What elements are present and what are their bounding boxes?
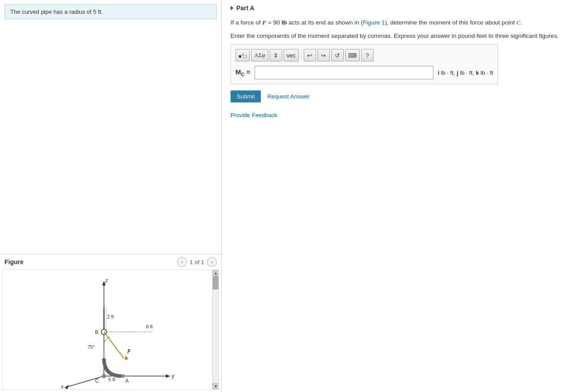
dim-2ft-label: 2 ft: [107, 314, 114, 319]
vec-icon: vec: [287, 52, 296, 59]
input-row: MC = i lb · ft, j lb · ft, k lb · ft: [235, 66, 493, 79]
mc-label: MC =: [235, 68, 250, 77]
action-row: Submit Request Answer: [231, 90, 576, 102]
help-button[interactable]: ?: [361, 49, 374, 61]
svg-marker-3: [65, 385, 69, 389]
left-panel: The curved pipe has a radius of 5 ft. Fi…: [0, 0, 222, 392]
z-axis-label: z: [105, 278, 108, 284]
mc-subscript: C: [241, 72, 245, 77]
j-bold: j: [457, 69, 458, 76]
keyboard-button[interactable]: ⌨: [345, 49, 360, 61]
svg-line-12: [104, 332, 124, 359]
reset-button[interactable]: ↺: [331, 49, 344, 61]
scroll-down-button[interactable]: ▼: [213, 383, 219, 389]
c-label: C: [95, 378, 99, 384]
scrollbar-thumb[interactable]: [213, 276, 218, 290]
info-text: The curved pipe has a radius of 5 ft.: [10, 8, 103, 15]
figure-image-container: z x y 2 ft B 6 ft: [2, 270, 219, 390]
point-c: C: [516, 19, 520, 26]
force-symbol: F: [262, 19, 266, 26]
part-header: Part A: [231, 4, 576, 12]
unit-lb: lb: [281, 19, 287, 26]
a-label: A: [125, 378, 129, 384]
vec-button[interactable]: vec: [284, 49, 299, 61]
help-icon: ?: [366, 52, 369, 59]
figure-nav-count: 1 of 1: [190, 259, 204, 265]
undo-button[interactable]: ↩: [304, 49, 316, 61]
figure-section: Figure ‹ 1 of 1 › z x: [0, 254, 221, 392]
part-label: Part A: [236, 4, 255, 12]
figure-prev-button[interactable]: ‹: [177, 257, 187, 267]
x-axis-label: x: [61, 384, 64, 389]
unit-j: j lb · ft,: [457, 69, 474, 76]
greek-symbols-icon: ΑΣφ: [254, 52, 265, 59]
figure-scrollbar[interactable]: ▲ ▼: [212, 270, 218, 389]
answer-box: ■√□ ΑΣφ ⇕ vec ↩ ↪ ↺ ⌨: [231, 44, 498, 84]
math-input-button[interactable]: ■√□: [235, 49, 250, 61]
toolbar-separator: [301, 50, 301, 61]
figure-nav: ‹ 1 of 1 ›: [177, 257, 217, 267]
request-answer-link[interactable]: Request Answer: [267, 93, 309, 100]
unit-k: k lb · ft: [476, 69, 493, 76]
dim-6ft-label: 6 ft: [146, 324, 152, 329]
f-label: F: [128, 348, 131, 355]
y-axis-label: y: [171, 373, 175, 379]
angle-75-label: 75°: [87, 344, 95, 350]
figure-header: Figure ‹ 1 of 1 ›: [0, 254, 221, 270]
resize-icon: ⇕: [273, 52, 278, 59]
toolbar: ■√□ ΑΣφ ⇕ vec ↩ ↪ ↺ ⌨: [235, 49, 493, 61]
redo-icon: ↪: [321, 52, 326, 59]
greek-symbols-button[interactable]: ΑΣφ: [251, 49, 268, 61]
svg-point-10: [102, 374, 106, 378]
question-line2: Enter the components of the moment separ…: [231, 31, 576, 41]
redo-button[interactable]: ↪: [317, 49, 330, 61]
svg-point-11: [121, 374, 125, 378]
undo-icon: ↩: [307, 52, 312, 59]
right-panel: Part A If a force of F = 90 lb acts at i…: [222, 0, 585, 392]
figure-title: Figure: [4, 258, 24, 265]
provide-feedback-link[interactable]: Provide Feedback: [231, 112, 277, 118]
resize-button[interactable]: ⇕: [270, 49, 282, 61]
k-bold: k: [476, 69, 479, 76]
question-line1: If a force of F = 90 lb acts at its end …: [231, 18, 576, 28]
info-box: The curved pipe has a radius of 5 ft.: [4, 4, 217, 19]
answer-input[interactable]: [255, 66, 433, 79]
diagram-svg: z x y 2 ft B 6 ft: [3, 270, 218, 389]
part-triangle-icon: [231, 6, 234, 10]
i-bold: i: [438, 69, 440, 76]
reset-icon: ↺: [335, 52, 340, 59]
dim-5ft-label: 5 ft: [108, 377, 115, 382]
math-input-icon: ■√□: [239, 52, 247, 59]
keyboard-icon: ⌨: [348, 52, 357, 59]
unit-label: i lb · ft, j lb · ft, k lb · ft: [438, 69, 493, 76]
b-label: B: [95, 329, 99, 335]
figure-next-button[interactable]: ›: [207, 257, 217, 267]
svg-marker-5: [166, 374, 170, 378]
scroll-up-button[interactable]: ▲: [213, 270, 219, 276]
figure-link[interactable]: Figure 1: [363, 19, 385, 26]
unit-i: i lb · ft,: [438, 69, 455, 76]
submit-button[interactable]: Submit: [231, 90, 261, 102]
